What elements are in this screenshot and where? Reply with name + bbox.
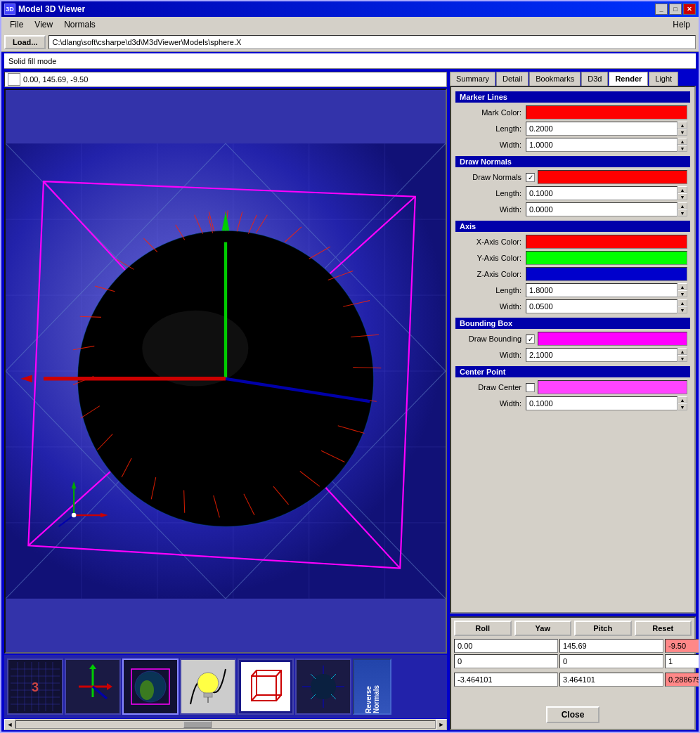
thumbnail-4[interactable] (238, 659, 294, 715)
marker-width-spinner: 1.0000 ▲ ▼ (526, 138, 687, 152)
mark-color-label: Mark Color: (458, 108, 521, 117)
coord-x-input[interactable] (454, 673, 558, 687)
marker-length-spinner: 0.2000 ▲ ▼ (526, 122, 687, 136)
axis-length-spinner: 1.8000 ▲ ▼ (526, 283, 687, 297)
maximize-button[interactable]: □ (669, 4, 682, 15)
menu-view[interactable]: View (29, 18, 58, 31)
reset-button[interactable]: Reset (635, 621, 692, 636)
path-input[interactable] (48, 35, 696, 49)
marker-length-down[interactable]: ▼ (678, 129, 687, 136)
thumbnail-2[interactable] (122, 659, 179, 715)
normals-length-up[interactable]: ▲ (678, 186, 687, 193)
bounding-width-input[interactable]: 2.1000 (526, 348, 678, 362)
x-axis-color[interactable] (526, 235, 687, 249)
center-width-down[interactable]: ▼ (678, 403, 687, 410)
normals-length-input[interactable]: 0.1000 (526, 186, 678, 200)
tab-summary[interactable]: Summary (450, 72, 495, 86)
draw-center-row: Draw Center (455, 380, 690, 394)
normals-width-down[interactable]: ▼ (678, 209, 687, 216)
normals-length-label: Length: (458, 189, 521, 197)
section-marker-lines: Marker Lines (455, 91, 690, 103)
light-y-input[interactable] (559, 654, 663, 668)
close-window-button[interactable]: ✕ (683, 4, 696, 15)
bounding-color[interactable] (538, 332, 687, 346)
axis-length-spinners: ▲ ▼ (678, 283, 687, 297)
thumbnail-0[interactable]: 3 (7, 659, 63, 715)
tab-detail[interactable]: Detail (496, 72, 529, 86)
marker-width-up[interactable]: ▲ (678, 138, 687, 145)
reverse-normals-button[interactable]: Reverse Normals (353, 659, 391, 715)
bounding-width-spinner: 2.1000 ▲ ▼ (526, 348, 687, 362)
scroll-right-button[interactable]: ► (436, 719, 447, 730)
thumbnail-3[interactable] (180, 659, 236, 715)
tab-render[interactable]: Render (609, 72, 648, 86)
thumbnail-1[interactable] (65, 659, 121, 715)
marker-width-down[interactable]: ▼ (678, 145, 687, 152)
axis-width-spinner: 0.0500 ▲ ▼ (526, 299, 687, 313)
bounding-width-up[interactable]: ▲ (678, 348, 687, 355)
right-panel: Summary Detail Bookmarks D3d Render Ligh… (450, 72, 696, 730)
tab-d3d[interactable]: D3d (581, 72, 608, 86)
axis-length-input[interactable]: 1.8000 (526, 283, 678, 297)
yaw-button[interactable]: Yaw (514, 621, 572, 636)
status-text: Solid fill mode (8, 57, 56, 65)
viewport[interactable] (4, 89, 447, 654)
svg-point-30 (142, 311, 248, 387)
y-axis-color[interactable] (526, 251, 687, 265)
load-button[interactable]: Load... (4, 35, 46, 49)
scrollbar-horizontal[interactable]: ◄ ► (4, 719, 447, 730)
coord-y-input[interactable] (559, 673, 663, 687)
coord-bar: 0.00, 145.69, -9.50 (4, 72, 447, 87)
marker-length-spinners: ▲ ▼ (678, 122, 687, 136)
draw-normals-color[interactable] (538, 170, 687, 184)
coord-value: 0.00, 145.69, -9.50 (23, 75, 88, 84)
normals-width-input[interactable]: 0.0000 (526, 202, 678, 216)
close-button[interactable]: Close (546, 706, 600, 723)
center-color[interactable] (538, 380, 687, 394)
tab-bookmarks[interactable]: Bookmarks (529, 72, 581, 86)
menu-file[interactable]: File (4, 18, 29, 31)
values-row-3: + Zoom - (454, 673, 692, 703)
axis-length-label: Length: (458, 286, 521, 294)
draw-center-checkbox[interactable] (526, 383, 535, 392)
pitch-button[interactable]: Pitch (574, 621, 632, 636)
section-bounding-box: Bounding Box (455, 318, 690, 329)
toolbar: Load... (1, 32, 699, 52)
scroll-track[interactable] (15, 720, 436, 729)
axis-width-up[interactable]: ▲ (678, 299, 687, 306)
draw-normals-checkbox[interactable] (526, 173, 535, 182)
center-width-up[interactable]: ▲ (678, 396, 687, 403)
light-x-input[interactable] (454, 654, 558, 668)
marker-width-input[interactable]: 1.0000 (526, 138, 678, 152)
roll-button[interactable]: Roll (454, 621, 512, 636)
scroll-thumb[interactable] (183, 721, 212, 728)
normals-length-down[interactable]: ▼ (678, 193, 687, 200)
yaw-value-input[interactable] (559, 639, 663, 653)
thumbnail-5[interactable] (295, 659, 351, 715)
pitch-value-input[interactable] (665, 639, 699, 653)
z-axis-color[interactable] (526, 267, 687, 281)
minimize-button[interactable]: _ (655, 4, 668, 15)
mark-color-swatch[interactable] (526, 105, 687, 119)
marker-length-up[interactable]: ▲ (678, 122, 687, 129)
svg-text:3: 3 (32, 680, 39, 694)
center-width-input[interactable]: 0.1000 (526, 396, 678, 410)
roll-value-input[interactable] (454, 639, 558, 653)
axis-width-input[interactable]: 0.0500 (526, 299, 678, 313)
axis-length-up[interactable]: ▲ (678, 283, 687, 290)
light-z-input[interactable] (665, 654, 699, 668)
scroll-left-button[interactable]: ◄ (4, 719, 15, 730)
draw-bounding-checkbox[interactable] (526, 335, 535, 344)
bounding-width-down[interactable]: ▼ (678, 355, 687, 362)
axis-length-down[interactable]: ▼ (678, 290, 687, 297)
axis-width-down[interactable]: ▼ (678, 306, 687, 313)
normals-width-spinners: ▲ ▼ (678, 202, 687, 216)
menu-help[interactable]: Help (667, 18, 696, 31)
x-axis-row: X-Axis Color: (455, 235, 690, 249)
marker-length-input[interactable]: 0.2000 (526, 122, 678, 136)
normals-width-up[interactable]: ▲ (678, 202, 687, 209)
menu-normals[interactable]: Normals (58, 18, 101, 31)
tab-light[interactable]: Light (649, 72, 678, 86)
svg-point-74 (72, 513, 76, 517)
coord-z-input[interactable] (665, 673, 699, 687)
